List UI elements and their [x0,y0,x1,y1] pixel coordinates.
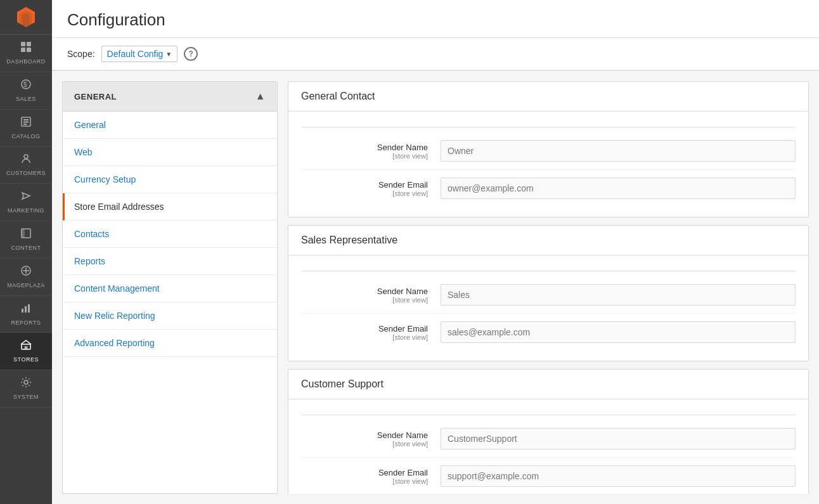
sales-rep-name-label: Sender Name [store view] [301,287,441,304]
sidebar-item-customers[interactable]: Customers [0,146,52,184]
svg-text:$: $ [23,81,27,88]
sidebar-item-system[interactable]: System [0,370,52,408]
sidebar-item-catalog[interactable]: Catalog [0,110,52,147]
sidebar-item-content-label: Content [11,245,41,252]
general-contact-email-label: Sender Email [store view] [301,180,441,197]
sidebar-item-reports[interactable]: Reports [0,296,52,333]
sidebar-item-mageplaza-label: Mageplaza [7,282,45,289]
help-icon[interactable]: ? [184,47,198,61]
sidebar-item-sales[interactable]: $ Sales [0,72,52,110]
reports-icon [20,302,32,317]
magento-logo-icon [15,6,37,29]
svg-rect-12 [23,124,27,125]
sidebar-item-stores-label: Stores [13,356,39,363]
sales-rep-body: Sender Name [store view] Sender Email [s… [288,255,808,361]
svg-rect-21 [25,306,27,313]
general-contact-name-label: Sender Name [store view] [301,143,441,160]
sidebar-item-dashboard-label: Dashboard [6,58,46,65]
general-contact-name-input-wrap [441,140,796,162]
left-nav-item-web[interactable]: Web [63,139,277,166]
customer-support-email-input[interactable] [441,465,796,487]
general-contact-email-input[interactable] [441,178,796,199]
sales-rep-title: Sales Representative [288,226,808,255]
sales-rep-email-input[interactable] [441,321,796,343]
divider [301,127,796,127]
collapse-icon: ▲ [255,91,266,102]
chevron-down-icon: ▼ [165,51,172,58]
main-panel: Configuration Scope: Default Config ▼ ? … [52,0,819,504]
general-contact-email-input-wrap [441,178,796,199]
general-contact-body: Sender Name [store view] Sender Email [s… [288,112,808,217]
catalog-icon [20,116,32,131]
svg-point-25 [24,380,28,384]
sidebar-item-customers-label: Customers [6,170,46,177]
sidebar-item-dashboard[interactable]: Dashboard [0,35,52,72]
dashboard-icon [20,41,32,56]
sidebar-logo [0,0,52,35]
left-nav-section-label: GENERAL [74,92,117,101]
customer-support-name-row: Sender Name [store view] [301,420,796,458]
sales-rep-email-label: Sender Email [store view] [301,324,441,341]
customer-support-name-input-wrap [441,428,796,449]
left-nav-item-content-mgmt[interactable]: Content Management [63,275,277,302]
svg-point-13 [24,155,28,158]
sales-rep-name-input-wrap [441,284,796,306]
sidebar-item-reports-label: Reports [11,320,41,326]
svg-rect-24 [25,346,28,349]
general-contact-name-row: Sender Name [store view] [301,132,796,170]
left-nav-item-contacts[interactable]: Contacts [63,221,277,248]
right-panel: General Contact Sender Name [store view] [288,81,809,494]
sidebar-item-marketing[interactable]: Marketing [0,184,52,221]
customer-support-email-input-wrap [441,465,796,487]
sidebar-item-mageplaza[interactable]: Mageplaza [0,259,52,296]
sales-rep-section: Sales Representative Sender Name [store … [288,225,809,361]
svg-rect-4 [27,42,31,46]
content-icon [20,228,32,242]
sidebar-item-sales-label: Sales [16,96,36,103]
left-nav-item-new-relic[interactable]: New Relic Reporting [63,302,277,330]
marketing-icon [20,190,32,205]
svg-rect-11 [23,121,29,122]
left-nav-section-header[interactable]: GENERAL ▲ [63,82,277,112]
svg-rect-3 [21,42,25,46]
general-contact-title: General Contact [288,82,808,112]
svg-rect-22 [28,304,30,313]
scope-select-dropdown[interactable]: Default Config ▼ [101,46,178,62]
general-contact-email-row: Sender Email [store view] [301,170,796,207]
sidebar-item-stores[interactable]: Stores [0,333,52,370]
sales-rep-email-input-wrap [441,321,796,343]
svg-rect-6 [27,48,31,52]
sidebar: Dashboard $ Sales Catalog Customers Mark… [0,0,52,504]
general-contact-section: General Contact Sender Name [store view] [288,81,809,217]
sidebar-item-content[interactable]: Content [0,221,52,259]
customer-support-name-input[interactable] [441,428,796,449]
sidebar-item-system-label: System [13,394,39,401]
scope-label: Scope: [67,49,95,59]
left-nav-item-advanced-reporting[interactable]: Advanced Reporting [63,330,277,357]
divider [301,415,796,415]
scope-bar: Scope: Default Config ▼ ? [52,38,819,71]
sidebar-item-catalog-label: Catalog [11,133,40,140]
customers-icon [20,153,32,167]
sidebar-item-marketing-label: Marketing [8,207,44,214]
left-nav-item-reports[interactable]: Reports [63,248,277,275]
customer-support-body: Sender Name [store view] Sender Email [s… [288,399,808,494]
sales-rep-name-input[interactable] [441,284,796,306]
customer-support-title: Customer Support [288,370,808,399]
svg-rect-20 [22,309,23,313]
svg-rect-16 [22,229,25,238]
sales-icon: $ [20,79,32,93]
general-contact-name-input[interactable] [441,140,796,162]
svg-marker-14 [22,193,30,199]
scope-select-value: Default Config [107,49,164,59]
help-label: ? [189,49,193,58]
sales-rep-name-row: Sender Name [store view] [301,276,796,314]
page-title: Configuration [67,10,804,30]
left-nav-item-general[interactable]: General [63,112,277,139]
customer-support-email-label: Sender Email [store view] [301,468,441,485]
sales-rep-email-row: Sender Email [store view] [301,314,796,351]
left-nav-item-currency-setup[interactable]: Currency Setup [63,166,277,193]
left-nav-item-store-email[interactable]: Store Email Addresses [63,193,277,221]
customer-support-name-label: Sender Name [store view] [301,430,441,448]
divider [301,271,796,271]
